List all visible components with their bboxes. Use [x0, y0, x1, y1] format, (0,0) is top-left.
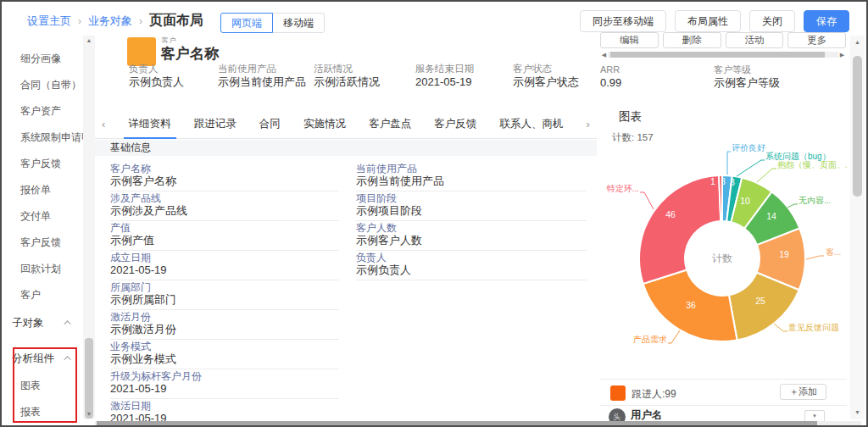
chart-slice-label: 无内容... — [798, 195, 831, 207]
chart-slice-label: 产品需求 — [633, 334, 667, 346]
sidebar-scrollbar[interactable]: ▲ ▼ — [83, 36, 95, 419]
header-field: 客户等级 示例客户等级 — [714, 64, 780, 90]
form-field: 涉及产品线示例涉及产品线 — [110, 192, 339, 222]
record-action-buttons: 编辑 删除 活动 更多 — [600, 32, 846, 48]
scroll-left-icon[interactable]: ◀ — [600, 51, 608, 58]
field-value: 示例客户状态 — [513, 75, 579, 89]
scrollbar-track[interactable] — [608, 52, 838, 58]
chevron-up-icon — [64, 320, 70, 327]
donut-slice[interactable] — [639, 175, 721, 284]
sidebar-item[interactable]: 系统限制申请明细 — [2, 125, 83, 151]
add-button[interactable]: ＋添加 — [780, 384, 826, 400]
tab-detail-info[interactable]: 详细资料 — [129, 110, 171, 139]
label-leader-line — [727, 152, 731, 175]
field-label: 成立日期 — [110, 252, 339, 263]
tab-web[interactable]: 网页端 — [220, 13, 273, 33]
activity-button[interactable]: 活动 — [726, 32, 784, 48]
save-button[interactable]: 保存 — [804, 10, 849, 32]
sidebar-item-report[interactable]: 报表 — [2, 399, 83, 419]
tabs-scroll-right-icon[interactable]: › — [587, 118, 590, 130]
scrollbar-thumb[interactable] — [610, 52, 825, 58]
page-title: 页面布局 — [149, 12, 203, 30]
horizontal-scrollbar[interactable]: ◀ ▶ — [600, 51, 846, 58]
slice-value-label: 14 — [766, 211, 776, 221]
tab-customer-feedback[interactable]: 客户反馈 — [434, 110, 476, 139]
user-row[interactable]: 头 用户名 职位名称·负责人 ▼ — [599, 405, 847, 423]
form-field: 负责人示例负责人 — [356, 252, 587, 281]
tabs-scroll-left-icon[interactable]: ‹ — [102, 118, 105, 130]
field-value: 示例客户名称 — [110, 175, 339, 191]
field-label: 升级为标杆客户月份 — [110, 370, 339, 382]
field-value: 示例当前使用产品 — [218, 75, 306, 89]
basic-info-right-column: 当前使用产品示例当前使用产品 项目阶段示例项目阶段 客户人数示例客户人数 负责人… — [356, 163, 587, 281]
header-field: ARR 0.99 — [600, 64, 714, 90]
layout-properties-button[interactable]: 布局属性 — [675, 10, 741, 32]
section-title-basic-info: 基础信息 — [95, 140, 597, 156]
customer-type-label: 客户 — [161, 36, 176, 43]
sidebar-item[interactable]: 细分画像 — [2, 46, 83, 72]
sidebar-item[interactable]: 客户 — [2, 282, 83, 308]
sidebar-item[interactable]: 客户反馈 — [2, 230, 83, 256]
field-label: 业务模式 — [110, 341, 339, 352]
field-label: 产值 — [110, 222, 339, 234]
sidebar-item[interactable]: 报价单 — [2, 177, 83, 203]
scrollbar-thumb[interactable] — [85, 338, 93, 419]
sync-to-mobile-button[interactable]: 同步至移动端 — [580, 10, 666, 32]
form-field: 客户名称示例客户名称 — [110, 163, 339, 192]
record-actions-panel: 编辑 删除 活动 更多 ◀ ▶ ARR 0.99 客户等级 示例客户等级 — [600, 32, 846, 90]
sidebar-item[interactable]: 交付单 — [2, 203, 83, 230]
page-vertical-scrollbar[interactable]: ▲ ▼ — [850, 36, 865, 419]
field-label: 活跃情况 — [314, 63, 380, 75]
field-value: 示例激活月份 — [110, 323, 339, 340]
field-label: 负责人 — [129, 63, 184, 75]
field-label: 激活日期 — [110, 400, 339, 412]
delete-button[interactable]: 删除 — [663, 32, 721, 48]
sidebar-item[interactable]: 合同（自带） — [2, 72, 83, 98]
page-horizontal-scrollbar[interactable] — [95, 421, 861, 427]
field-label: 项目阶段 — [356, 192, 587, 204]
field-value: 示例客户人数 — [356, 234, 587, 251]
sidebar-group-analysis[interactable]: 分析组件 — [2, 344, 83, 373]
customer-avatar — [127, 37, 156, 66]
scroll-up-icon[interactable]: ▲ — [83, 36, 95, 46]
field-label: 所属部门 — [110, 281, 339, 293]
sidebar-item-chart[interactable]: 图表 — [2, 373, 83, 399]
header-field: 服务结束日期 2021-05-19 — [415, 63, 474, 89]
sidebar-group-sub-object[interactable]: 子对象 — [2, 308, 83, 337]
breadcrumb-business-object[interactable]: 业务对象 — [88, 14, 132, 29]
top-bar: 设置主页 › 业务对象 › 页面布局 网页端 移动端 同步至移动端 布局属性 关… — [2, 2, 866, 36]
donut-center-label: 计数 — [712, 252, 732, 266]
breadcrumb-settings-home[interactable]: 设置主页 — [27, 14, 71, 29]
scroll-up-icon[interactable]: ▲ — [850, 37, 865, 47]
customer-detail-card: 客户 客户名称 负责人 示例负责人 当前使用产品 示例当前使用产品 活跃情况 示… — [95, 36, 597, 423]
tab-follow-records[interactable]: 跟进记录 — [194, 110, 236, 139]
scrollbar-thumb[interactable] — [853, 56, 862, 197]
scroll-down-icon[interactable]: ▼ — [850, 408, 865, 418]
field-label: ARR — [600, 64, 714, 75]
tab-customer-review[interactable]: 客户盘点 — [369, 110, 411, 139]
chart-slice-label: 评价良好 — [732, 142, 765, 154]
slice-value-label: 25 — [755, 296, 765, 306]
scrollbar-thumb[interactable] — [97, 421, 817, 427]
close-button[interactable]: 关闭 — [749, 10, 795, 32]
label-leader-line — [668, 330, 680, 343]
tab-implementation[interactable]: 实施情况 — [303, 110, 346, 139]
sidebar-item[interactable]: 回款计划 — [2, 256, 83, 282]
scroll-down-icon[interactable]: ▼ — [83, 409, 95, 419]
chart-slice-label: 特定环... — [607, 183, 639, 195]
tab-contract[interactable]: 合同 — [259, 110, 281, 139]
field-label: 客户等级 — [714, 64, 780, 75]
sidebar-item[interactable]: 客户反馈 — [2, 151, 83, 177]
field-label: 服务结束日期 — [415, 63, 474, 75]
chart-slice-label: 客... — [826, 247, 841, 258]
label-leader-line — [774, 324, 787, 331]
field-value: 2021-05-19 — [415, 75, 474, 89]
tab-contacts-opportunities[interactable]: 联系人、商机 — [499, 110, 563, 139]
sidebar-item[interactable]: 客户资产 — [2, 98, 83, 125]
slice-value-label: 36 — [686, 300, 696, 310]
tab-mobile[interactable]: 移动端 — [272, 13, 325, 33]
edit-button[interactable]: 编辑 — [600, 32, 659, 48]
more-button[interactable]: 更多 — [787, 32, 846, 48]
scroll-right-icon[interactable]: ▶ — [838, 51, 846, 58]
device-tabs: 网页端 移动端 — [220, 13, 325, 33]
